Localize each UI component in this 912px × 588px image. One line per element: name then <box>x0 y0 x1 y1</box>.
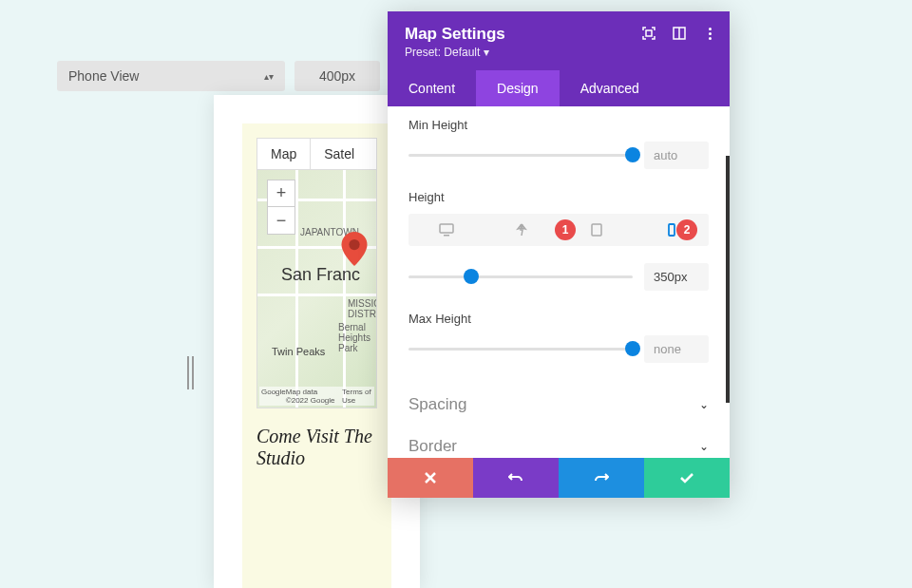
svg-rect-4 <box>440 224 453 233</box>
chevron-down-icon: ⌄ <box>699 398 709 411</box>
section-spacing[interactable]: Spacing ⌄ <box>408 384 709 426</box>
width-value: 400px <box>319 68 355 84</box>
max-height-value[interactable]: none <box>644 335 709 363</box>
google-logo: Google <box>261 388 286 405</box>
poi-mission: MISSION DISTRICT <box>348 298 376 319</box>
scrollbar[interactable] <box>726 156 730 403</box>
badge-2: 2 <box>676 219 697 240</box>
view-dropdown[interactable]: Phone View ▴▾ <box>57 61 285 91</box>
height-value[interactable]: 350px <box>644 263 709 291</box>
height-label: Height <box>408 190 709 204</box>
tab-advanced[interactable]: Advanced <box>560 70 660 106</box>
preview-heading: Come Visit The Studio <box>256 426 377 469</box>
zoom-controls: + − <box>267 180 295 235</box>
undo-button[interactable] <box>473 458 559 498</box>
map-widget[interactable]: Map Satel + − JAPANTOWN <box>256 138 377 408</box>
width-dropdown[interactable]: 400px <box>294 61 380 91</box>
terms-link[interactable]: Terms of Use <box>342 388 372 405</box>
height-field: Height 1 2 350px <box>408 190 709 291</box>
map-canvas[interactable]: + − JAPANTOWN San Franc MISSION DISTRICT… <box>257 170 376 408</box>
svg-point-0 <box>349 239 359 250</box>
map-pin-icon <box>341 232 368 270</box>
tab-content[interactable]: Content <box>388 70 476 106</box>
settings-panel: Map Settings Preset: Default ▾ Content D… <box>388 11 730 498</box>
height-slider[interactable] <box>408 275 633 278</box>
svg-rect-1 <box>646 30 652 36</box>
map-data: Map data ©2022 Google <box>286 388 342 405</box>
poi-bernal: Bernal Heights Park <box>338 322 376 353</box>
more-icon[interactable] <box>703 27 716 40</box>
max-height-field: Max Height none <box>408 312 709 363</box>
confirm-button[interactable] <box>644 458 730 498</box>
close-button[interactable] <box>388 458 473 498</box>
min-height-slider[interactable] <box>408 154 633 157</box>
device-tabs: 1 2 <box>408 214 709 246</box>
section-border[interactable]: Border ⌄ <box>408 426 709 458</box>
svg-rect-7 <box>592 224 601 236</box>
city-label: San Franc <box>281 265 360 285</box>
spacing-label: Spacing <box>408 395 466 414</box>
panel-body: Min Height auto Height 1 2 350px Max H <box>388 106 730 458</box>
zoom-out-button[interactable]: − <box>268 207 294 234</box>
map-tab[interactable]: Map <box>257 139 310 169</box>
chevron-down-icon: ⌄ <box>699 440 709 453</box>
device-desktop[interactable] <box>408 214 484 246</box>
min-height-value[interactable]: auto <box>644 142 709 169</box>
dropdown-caret-icon: ▴▾ <box>264 71 274 82</box>
expand-icon[interactable] <box>642 27 656 40</box>
zoom-in-button[interactable]: + <box>268 180 294 207</box>
panel-tabs: Content Design Advanced <box>388 70 730 106</box>
preset-dropdown[interactable]: Preset: Default ▾ <box>405 46 712 59</box>
columns-icon[interactable] <box>673 27 686 40</box>
min-height-field: Min Height auto <box>408 118 709 169</box>
max-height-slider[interactable] <box>408 348 633 351</box>
redo-button[interactable] <box>559 458 644 498</box>
tab-design[interactable]: Design <box>476 70 560 106</box>
border-label: Border <box>408 437 457 456</box>
badge-1: 1 <box>555 219 576 240</box>
max-height-label: Max Height <box>408 312 709 326</box>
device-hover[interactable] <box>484 214 559 246</box>
scroll-marker <box>187 356 194 389</box>
device-phone[interactable] <box>634 214 709 246</box>
map-type-tabs: Map Satel <box>257 139 376 170</box>
svg-point-6 <box>520 224 523 228</box>
panel-footer <box>388 458 730 498</box>
min-height-label: Min Height <box>408 118 709 132</box>
svg-rect-8 <box>669 224 674 236</box>
view-label: Phone View <box>68 68 139 84</box>
poi-twinpeaks: Twin Peaks <box>272 346 325 357</box>
map-attribution: Google Map data ©2022 Google Terms of Us… <box>259 387 374 406</box>
panel-header: Map Settings Preset: Default ▾ <box>388 11 730 70</box>
satellite-tab[interactable]: Satel <box>310 139 368 169</box>
svg-rect-5 <box>444 235 449 237</box>
